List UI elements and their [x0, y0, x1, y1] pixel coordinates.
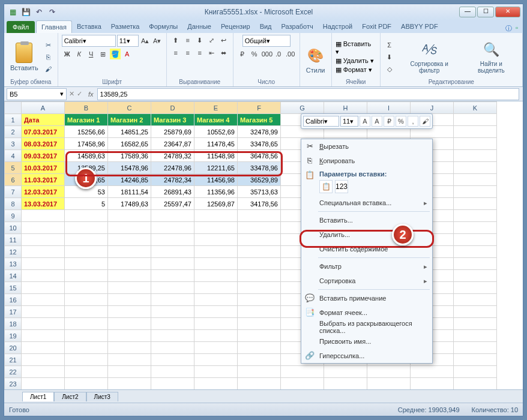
underline-button[interactable]: Ч [86, 49, 97, 59]
ctx-format[interactable]: 📑Формат ячеек... [301, 305, 432, 320]
row-header[interactable]: 23 [5, 378, 22, 390]
cell[interactable]: 11548,98 [194, 150, 238, 162]
cell-date[interactable]: 11.03.2017 [22, 174, 65, 186]
col-header-B[interactable]: B [65, 102, 108, 114]
shrink-font-icon[interactable]: A▾ [152, 35, 163, 46]
maximize-button[interactable]: ☐ [477, 7, 494, 17]
cell[interactable]: 15478,96 [108, 162, 151, 174]
ctx-comment[interactable]: 💬Вставить примечание [301, 291, 432, 305]
row-header[interactable]: 6 [5, 174, 22, 186]
cell-date[interactable]: 09.03.2017 [22, 150, 65, 162]
ctx-dropdown[interactable]: Выбрать из раскрывающегося списка... [301, 320, 432, 334]
cell[interactable]: 24782,34 [151, 174, 194, 186]
styles-button[interactable]: 🎨Стили [304, 45, 328, 75]
fontcolor-icon[interactable]: A [122, 49, 133, 59]
cell-date[interactable]: 08.03.2017 [22, 138, 65, 150]
save-icon[interactable]: 💾 [20, 6, 32, 18]
tab-foxit[interactable]: Foxit PDF [357, 20, 396, 33]
number-format-select[interactable]: Общий▾ [242, 35, 291, 47]
insert-cells-button[interactable]: ▦ Вставить ▾ [336, 40, 376, 56]
cell-date[interactable]: 12.03.2017 [22, 186, 65, 198]
cell[interactable]: 16582,65 [108, 138, 151, 150]
cell[interactable]: 25879,69 [151, 126, 194, 138]
row-header[interactable]: 1 [5, 114, 22, 126]
cell[interactable]: Магазин 2 [108, 114, 151, 126]
cell[interactable]: 34178,56 [238, 198, 281, 210]
row-header[interactable]: 2 [5, 126, 22, 138]
find-select-button[interactable]: 🔍Найти и выделить [464, 39, 519, 75]
font-name-select[interactable]: Calibri▾ [62, 35, 116, 47]
cell[interactable]: 17589,36 [108, 150, 151, 162]
minimize-button[interactable]: — [459, 7, 476, 17]
cell[interactable]: 14851,25 [108, 126, 151, 138]
tab-home[interactable]: Главная [36, 20, 72, 33]
select-all-corner[interactable] [5, 102, 22, 114]
cell[interactable]: 11356,96 [194, 186, 238, 198]
row-header[interactable]: 22 [5, 366, 22, 378]
align-left-icon[interactable]: ≡ [170, 47, 181, 58]
worksheet-grid[interactable]: A B C D E F G H I J K 1 Дата Магазин 1 М… [4, 101, 523, 389]
cell[interactable]: 23647,87 [151, 138, 194, 150]
col-header-K[interactable]: K [454, 102, 497, 114]
cell[interactable]: 26891,43 [151, 186, 194, 198]
tab-insert[interactable]: Вставка [72, 20, 106, 33]
ctx-name[interactable]: Присвоить имя... [301, 334, 432, 349]
col-header-D[interactable]: D [151, 102, 194, 114]
orientation-icon[interactable]: ⤢ [206, 35, 217, 46]
cell[interactable]: Магазин 4 [194, 114, 238, 126]
autosum-icon[interactable]: Σ [384, 40, 395, 50]
cell[interactable]: 22478,96 [151, 162, 194, 174]
help-icon[interactable]: ⓘ [505, 24, 512, 33]
row-header[interactable]: 13 [5, 258, 22, 270]
cell[interactable]: 35713,63 [238, 186, 281, 198]
cut-icon[interactable]: ✂ [43, 40, 54, 50]
cell[interactable]: 17489,63 [108, 198, 151, 210]
mini-shrink-icon[interactable]: A [372, 116, 382, 127]
ctx-sort[interactable]: Сортировка [301, 274, 432, 288]
enter-icon[interactable]: ✓ [77, 90, 82, 98]
paste-opt-values[interactable]: 123 [335, 180, 348, 193]
bold-button[interactable]: Ж [62, 49, 73, 59]
row-header[interactable]: 5 [5, 162, 22, 174]
tab-review[interactable]: Рецензир [216, 20, 255, 33]
row-header[interactable]: 7 [5, 186, 22, 198]
cell[interactable]: Магазин 3 [151, 114, 194, 126]
align-top-icon[interactable]: ⬆ [170, 35, 181, 46]
cell-date[interactable]: 13.03.2017 [22, 198, 65, 210]
cell[interactable]: 12569,87 [194, 198, 238, 210]
mini-currency-icon[interactable]: ₽ [384, 116, 394, 127]
format-cells-button[interactable]: ▦ Формат ▾ [336, 66, 376, 74]
cell[interactable]: 11478,45 [194, 138, 238, 150]
align-center-icon[interactable]: ≡ [182, 47, 193, 58]
col-header-H[interactable]: H [324, 102, 367, 114]
clear-icon[interactable]: ◇ [384, 64, 395, 74]
name-box[interactable]: B5▾ [7, 88, 67, 100]
row-header[interactable]: 19 [5, 330, 22, 342]
tab-view[interactable]: Вид [255, 20, 277, 33]
col-header-A[interactable]: A [22, 102, 65, 114]
cell[interactable]: 17458,96 [65, 138, 108, 150]
cell[interactable]: 12211,65 [194, 162, 238, 174]
wrap-icon[interactable]: ↩ [218, 35, 229, 46]
col-header-C[interactable]: C [108, 102, 151, 114]
row-header[interactable]: 9 [5, 210, 22, 222]
inc-dec-icon[interactable]: .0 [273, 49, 284, 59]
align-right-icon[interactable]: ≡ [194, 47, 205, 58]
cell[interactable]: 14246,85 [108, 174, 151, 186]
tab-layout[interactable]: Разметка [106, 20, 145, 33]
cell[interactable]: 36478,56 [238, 150, 281, 162]
tab-formulas[interactable]: Формулы [144, 20, 182, 33]
redo-icon[interactable]: ↷ [46, 6, 58, 18]
comma-icon[interactable]: 000 [261, 49, 272, 59]
cell[interactable]: 25597,47 [151, 198, 194, 210]
currency-icon[interactable]: ₽ [237, 49, 248, 59]
ctx-paste-special[interactable]: Специальная вставка... [301, 196, 432, 210]
cell[interactable]: Дата [22, 114, 65, 126]
align-bot-icon[interactable]: ⬇ [194, 35, 205, 46]
cell-date[interactable]: 07.03.2017 [22, 126, 65, 138]
ctx-insert[interactable]: Вставить... [301, 213, 432, 227]
fx-icon[interactable]: fx [88, 91, 94, 98]
copy-icon[interactable]: ⎘ [43, 52, 54, 62]
indent-dec-icon[interactable]: ⇤ [206, 47, 217, 58]
font-size-select[interactable]: 11▾ [117, 35, 139, 47]
